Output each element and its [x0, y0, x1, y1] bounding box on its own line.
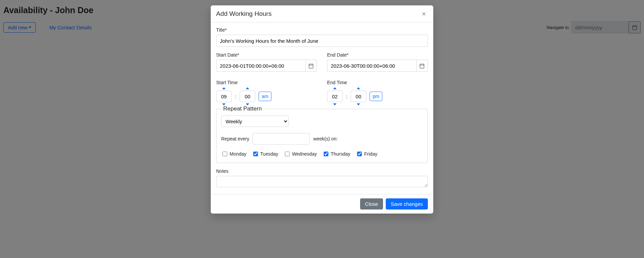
add-working-hours-modal: Add Working Hours × Title* Start Date* — [211, 5, 433, 33]
modal-overlay: Add Working Hours × Title* Start Date* — [0, 0, 644, 33]
modal-title: Add Working Hours — [216, 10, 271, 18]
modal-close-button[interactable]: × — [420, 10, 428, 18]
title-label: Title* — [216, 27, 428, 33]
